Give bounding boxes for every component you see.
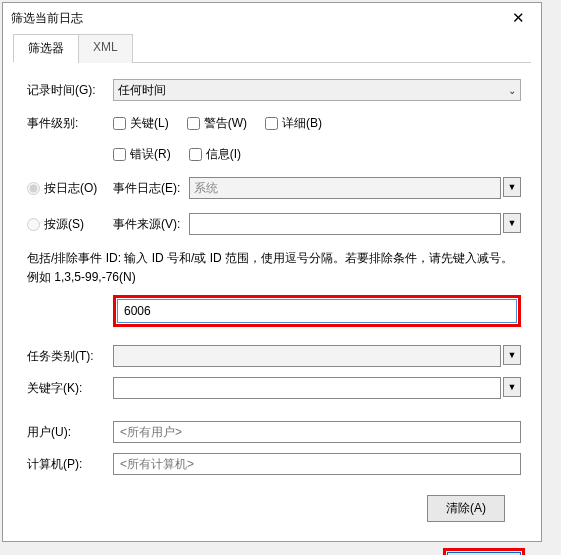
row-bylog: 按日志(O) 事件日志(E): ▼ (27, 177, 521, 199)
dropdown-logged[interactable]: 任何时间 ⌄ (113, 79, 521, 101)
label-keyword: 关键字(K): (27, 380, 113, 397)
cb-info[interactable]: 信息(I) (189, 146, 241, 163)
dialog-footer: 确定 (3, 538, 541, 555)
row-bysource: 按源(S) 事件来源(V): ▼ (27, 213, 521, 235)
radio-bysource[interactable]: 按源(S) (27, 216, 113, 233)
row-eventid (113, 295, 521, 327)
clear-button[interactable]: 清除(A) (427, 495, 505, 522)
dropdown-eventlog-btn[interactable]: ▼ (503, 177, 521, 197)
chevron-down-icon: ⌄ (508, 85, 516, 96)
combo-keyword: ▼ (113, 377, 521, 399)
input-eventlog[interactable] (189, 177, 501, 199)
cb-verbose-box[interactable] (265, 117, 278, 130)
level-checkboxes: 关键(L) 警告(W) 详细(B) (113, 115, 322, 132)
row-computer: 计算机(P): (27, 453, 521, 475)
highlight-ok: 确定 (443, 548, 525, 555)
radio-bylog-input[interactable] (27, 182, 40, 195)
cb-warning[interactable]: 警告(W) (187, 115, 247, 132)
combo-eventlog: ▼ (189, 177, 521, 199)
label-logged: 记录时间(G): (27, 82, 113, 99)
level-checkboxes2: 错误(R) 信息(I) (113, 146, 241, 163)
label-eventsource: 事件来源(V): (113, 216, 189, 233)
cb-verbose[interactable]: 详细(B) (265, 115, 322, 132)
row-user: 用户(U): (27, 421, 521, 443)
combo-eventsource: ▼ (189, 213, 521, 235)
input-keyword[interactable] (113, 377, 501, 399)
filter-dialog: 筛选当前日志 ✕ 筛选器 XML 记录时间(G): 任何时间 ⌄ 事件级别: 关… (2, 2, 542, 542)
tab-strip: 筛选器 XML (13, 33, 531, 63)
row-logged: 记录时间(G): 任何时间 ⌄ (27, 79, 521, 101)
row-keyword: 关键字(K): ▼ (27, 377, 521, 399)
dropdown-keyword-btn[interactable]: ▼ (503, 377, 521, 397)
label-level: 事件级别: (27, 115, 113, 132)
input-eventid[interactable] (117, 299, 517, 323)
cb-info-box[interactable] (189, 148, 202, 161)
input-computer[interactable] (113, 453, 521, 475)
id-hint: 包括/排除事件 ID: 输入 ID 号和/或 ID 范围，使用逗号分隔。若要排除… (27, 249, 521, 287)
row-level2: 错误(R) 信息(I) (27, 146, 521, 163)
label-user: 用户(U): (27, 424, 113, 441)
dialog-title: 筛选当前日志 (11, 10, 83, 27)
triangle-down-icon: ▼ (508, 350, 517, 360)
cb-error[interactable]: 错误(R) (113, 146, 171, 163)
dropdown-eventsource-btn[interactable]: ▼ (503, 213, 521, 233)
triangle-down-icon: ▼ (508, 182, 517, 192)
radio-bysource-input[interactable] (27, 218, 40, 231)
triangle-down-icon: ▼ (508, 218, 517, 228)
clear-row: 清除(A) (27, 489, 521, 528)
titlebar: 筛选当前日志 ✕ (3, 3, 541, 33)
close-icon[interactable]: ✕ (503, 6, 533, 30)
tab-xml[interactable]: XML (78, 34, 133, 63)
tab-filter[interactable]: 筛选器 (13, 34, 79, 63)
cb-critical[interactable]: 关键(L) (113, 115, 169, 132)
dropdown-logged-value: 任何时间 (118, 82, 166, 99)
cb-warning-box[interactable] (187, 117, 200, 130)
label-task: 任务类别(T): (27, 348, 113, 365)
label-computer: 计算机(P): (27, 456, 113, 473)
cb-critical-box[interactable] (113, 117, 126, 130)
row-task: 任务类别(T): ▼ (27, 345, 521, 367)
combo-task: ▼ (113, 345, 521, 367)
label-eventlog: 事件日志(E): (113, 180, 189, 197)
input-eventsource[interactable] (189, 213, 501, 235)
cb-error-box[interactable] (113, 148, 126, 161)
highlight-eventid (113, 295, 521, 327)
radio-bylog[interactable]: 按日志(O) (27, 180, 113, 197)
triangle-down-icon: ▼ (508, 382, 517, 392)
dropdown-task-btn[interactable]: ▼ (503, 345, 521, 365)
input-user[interactable] (113, 421, 521, 443)
input-task[interactable] (113, 345, 501, 367)
dialog-content: 记录时间(G): 任何时间 ⌄ 事件级别: 关键(L) 警告(W) 详细(B) … (3, 63, 541, 538)
row-level: 事件级别: 关键(L) 警告(W) 详细(B) (27, 115, 521, 132)
